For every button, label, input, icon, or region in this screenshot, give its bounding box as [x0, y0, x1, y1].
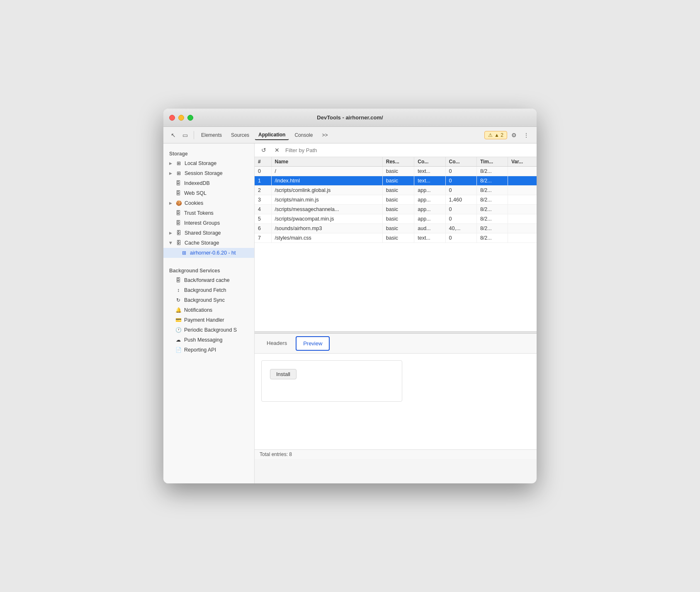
table-cell: 8/2... [476, 205, 508, 214]
sidebar-item-web-sql[interactable]: 🗄 Web SQL [163, 188, 254, 198]
table-cell: 8/2... [476, 214, 508, 224]
table-cell: basic [382, 224, 414, 233]
sidebar-item-label: Cache Storage [185, 240, 219, 246]
sidebar-item-trust-tokens[interactable]: 🗄 Trust Tokens [163, 208, 254, 218]
col-co1: Co... [414, 157, 445, 167]
sidebar-item-shared-storage[interactable]: ▶ 🗄 Shared Storage [163, 228, 254, 238]
sidebar-item-background-sync[interactable]: ↻ Background Sync [163, 295, 254, 305]
sidebar-item-notifications[interactable]: 🔔 Notifications [163, 305, 254, 315]
tab-application[interactable]: Application [255, 130, 289, 140]
warning-icon: ⚠ [488, 132, 493, 138]
table-cell: 8/2... [476, 195, 508, 205]
sidebar-item-label: Session Storage [185, 170, 223, 176]
background-services-label: Background Services [163, 264, 254, 275]
tab-console[interactable]: Console [291, 130, 316, 140]
col-res: Res... [382, 157, 414, 167]
warning-badge[interactable]: ⚠ ▲ 2 [484, 131, 507, 139]
table-row[interactable]: 5/scripts/pwacompat.min.jsbasicapp...08/… [255, 214, 537, 224]
table-cell: 0 [255, 167, 271, 176]
table-cell: 0 [445, 214, 476, 224]
table-cell: /scripts/comlink.global.js [271, 186, 382, 195]
table-cell: /scripts/messagechannela... [271, 205, 382, 214]
table-cell: basic [382, 233, 414, 243]
table-cell: text... [414, 167, 445, 176]
db-icon: 🗄 [175, 190, 182, 197]
table-row[interactable]: 3/scripts/main.min.jsbasicapp...1,4608/2… [255, 195, 537, 205]
sidebar-item-label: Push Messaging [184, 337, 222, 343]
table-cell: basic [382, 195, 414, 205]
table-cell: 40,... [445, 224, 476, 233]
table-row[interactable]: 4/scripts/messagechannela...basicapp...0… [255, 205, 537, 214]
expanded-arrow-icon: ▶ [169, 242, 173, 245]
sidebar-item-local-storage[interactable]: ▶ ⊞ Local Storage [163, 158, 254, 168]
clear-button[interactable]: ✕ [272, 146, 282, 154]
sidebar-item-back-forward-cache[interactable]: 🗄 Back/forward cache [163, 275, 254, 285]
more-options-button[interactable]: ⋮ [521, 130, 532, 140]
sidebar: Storage ▶ ⊞ Local Storage ▶ ⊞ Session St… [163, 143, 255, 483]
col-tim: Tim... [476, 157, 508, 167]
sidebar-item-push-messaging[interactable]: ☁ Push Messaging [163, 335, 254, 345]
tab-elements[interactable]: Elements [197, 130, 226, 140]
refresh-button[interactable]: ↺ [259, 146, 269, 154]
table-cell [508, 224, 537, 233]
content-panel: ↺ ✕ # Name Res... Co... Co... Tim... [255, 143, 537, 483]
db-icon: 🗄 [175, 230, 182, 236]
arrow-icon: ▶ [169, 161, 172, 165]
table-row[interactable]: 7/styles/main.cssbasictext...08/2... [255, 233, 537, 243]
table-cell: 0 [445, 167, 476, 176]
sidebar-item-indexeddb[interactable]: 🗄 IndexedDB [163, 178, 254, 188]
sidebar-item-label: Local Storage [185, 160, 216, 166]
table-cell: app... [414, 205, 445, 214]
clock-icon: 🕐 [175, 327, 182, 333]
table-cell: 3 [255, 195, 271, 205]
table-cell [508, 176, 537, 186]
table-cell: 8/2... [476, 167, 508, 176]
table-row[interactable]: 6/sounds/airhorn.mp3basicaud...40,...8/2… [255, 224, 537, 233]
toolbar: ↖ ▭ Elements Sources Application Console… [163, 127, 537, 143]
table-cell: 0 [445, 205, 476, 214]
sidebar-item-label: Trust Tokens [184, 210, 214, 216]
settings-button[interactable]: ⚙ [509, 130, 519, 140]
table-cell: /scripts/pwacompat.min.js [271, 214, 382, 224]
table-row[interactable]: 0/basictext...08/2... [255, 167, 537, 176]
more-tabs-button[interactable]: >> [318, 130, 331, 140]
grid-icon: ⊞ [175, 160, 182, 167]
table-cell [508, 214, 537, 224]
minimize-button[interactable] [178, 115, 184, 121]
device-toggle-button[interactable]: ▭ [180, 130, 190, 140]
sidebar-item-payment-handler[interactable]: 💳 Payment Handler [163, 315, 254, 325]
sync-icon: ↻ [175, 297, 182, 303]
install-button[interactable]: Install [270, 369, 297, 379]
tab-headers[interactable]: Headers [260, 336, 294, 351]
sidebar-item-label: airhorner-0.6.20 - ht [190, 250, 236, 256]
close-button[interactable] [169, 115, 175, 121]
tab-preview[interactable]: Preview [296, 336, 330, 351]
table-cell: 4 [255, 205, 271, 214]
table-cell [508, 195, 537, 205]
sidebar-item-label: Back/forward cache [184, 277, 230, 283]
table-row[interactable]: 2/scripts/comlink.global.jsbasicapp...08… [255, 186, 537, 195]
sidebar-item-cookies[interactable]: ▶ 🍪 Cookies [163, 198, 254, 208]
filter-input[interactable] [285, 147, 532, 153]
cursor-tool-button[interactable]: ↖ [168, 130, 178, 140]
grid-icon: ⊞ [181, 250, 187, 256]
sidebar-item-cache-entry[interactable]: ⊞ airhorner-0.6.20 - ht [163, 248, 254, 258]
maximize-button[interactable] [187, 115, 193, 121]
tab-sources[interactable]: Sources [227, 130, 253, 140]
sidebar-item-session-storage[interactable]: ▶ ⊞ Session Storage [163, 168, 254, 178]
bottom-panel: Headers Preview Install [255, 333, 537, 449]
table-cell [508, 167, 537, 176]
sidebar-item-interest-groups[interactable]: 🗄 Interest Groups [163, 218, 254, 228]
sidebar-item-background-fetch[interactable]: ↕ Background Fetch [163, 285, 254, 295]
sidebar-item-cache-storage[interactable]: ▶ 🗄 Cache Storage [163, 238, 254, 248]
table-cell: app... [414, 195, 445, 205]
table-row[interactable]: 1/index.htmlbasictext...08/2... [255, 176, 537, 186]
sidebar-item-label: Web SQL [184, 190, 207, 196]
sidebar-item-reporting-api[interactable]: 📄 Reporting API [163, 345, 254, 355]
table-cell: basic [382, 176, 414, 186]
status-bar: Total entries: 8 [255, 449, 537, 459]
table-cell: basic [382, 205, 414, 214]
col-name: Name [271, 157, 382, 167]
sidebar-item-periodic-background-sync[interactable]: 🕐 Periodic Background S [163, 325, 254, 335]
table-cell: 7 [255, 233, 271, 243]
